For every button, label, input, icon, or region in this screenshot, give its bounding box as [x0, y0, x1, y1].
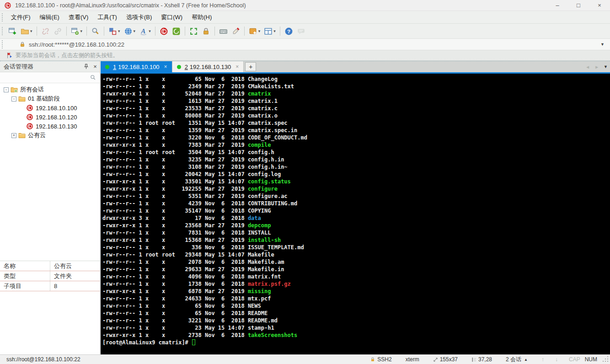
tree-item-192.168.10.100[interactable]: 192.168.10.100 — [0, 103, 100, 112]
help-button[interactable]: ? — [283, 26, 294, 37]
tree-item-192.168.10.120[interactable]: 192.168.10.120 — [0, 112, 100, 122]
dropdown-caret-icon[interactable]: ▾ — [134, 29, 136, 33]
session-tab-192.168.10.100[interactable]: 1192.168.10.100× — [101, 61, 172, 72]
highlighter-button[interactable] — [230, 26, 241, 37]
new-transfer-button[interactable]: ▾ — [247, 26, 262, 37]
status-session-count[interactable]: 2 会话 ▲ — [506, 356, 528, 364]
menu-item[interactable]: 编辑(E) — [35, 12, 64, 22]
terminal-line: -rw-r--r-- 1 x x 24633 Nov 6 2018 mtx.pc… — [102, 295, 610, 302]
toolbar-grip[interactable] — [2, 13, 5, 21]
file-name: missing — [248, 288, 271, 294]
tree-item-01-[interactable]: -01 基础阶段 — [0, 94, 100, 103]
terminal-line: -rw-r--r-- 1 x x 5351 Mar 27 2019 config… — [102, 193, 610, 200]
fullscreen-button[interactable] — [188, 26, 199, 37]
maximize-button[interactable]: □ — [568, 0, 589, 11]
cursor-position-icon — [471, 357, 476, 362]
new-session-button[interactable] — [7, 26, 18, 37]
terminal-line: -rw-r--r-- 1 x x 4239 Nov 6 2018 CONTRIB… — [102, 200, 610, 207]
layout-button[interactable]: ▾ — [107, 26, 122, 37]
toolbar-grip[interactable] — [2, 40, 5, 48]
scroll-up-icon[interactable]: ↑ — [541, 356, 544, 363]
open-session-button[interactable]: ▾ — [19, 26, 34, 37]
tab-list-dropdown-icon[interactable]: ▼ — [601, 64, 610, 69]
reconnect-button[interactable] — [52, 26, 64, 37]
tile-button[interactable]: ▾ — [262, 26, 277, 37]
dropdown-caret-icon[interactable]: ▾ — [80, 29, 83, 33]
address-input[interactable]: ssh://root:******@192.168.10.100:22 — [29, 41, 595, 48]
tab-strip: 1192.168.10.100×2192.168.10.130× + ◄ ► ▼ — [101, 61, 610, 74]
find-button[interactable] — [90, 26, 101, 37]
terminal-line: -rw-r--r-- 1 x x 3235 Mar 27 2019 config… — [102, 156, 610, 163]
address-dropdown-icon[interactable]: ▼ — [595, 42, 610, 47]
dropdown-caret-icon[interactable]: ▾ — [30, 29, 32, 33]
lock-button[interactable] — [200, 26, 212, 37]
dropdown-caret-icon[interactable]: ▾ — [118, 29, 120, 33]
menu-item[interactable]: 文件(F) — [6, 12, 35, 22]
tab-scroll-left-icon[interactable]: ◄ — [583, 64, 592, 70]
terminal-line: -rw-r--r-- 1 x x 1613 Mar 27 2019 cmatri… — [102, 97, 610, 105]
session-properties-button[interactable]: ▾ — [70, 26, 84, 37]
web-button[interactable]: ▾ — [123, 26, 137, 37]
menu-item[interactable]: 窗口(W) — [156, 12, 187, 22]
dropdown-caret-icon[interactable]: ▾ — [149, 29, 151, 33]
resize-grip[interactable] — [603, 356, 609, 363]
status-num-lock: NUM — [585, 356, 597, 363]
menu-item[interactable]: 帮助(H) — [187, 12, 216, 22]
disconnect-icon — [41, 27, 50, 36]
terminal-line: -rw-r--r-- 1 x x 3108 Mar 27 2019 config… — [102, 163, 610, 171]
sessions-dropdown-icon[interactable]: ▲ — [524, 358, 528, 362]
tab-scroll-right-icon[interactable]: ► — [592, 64, 601, 70]
file-name: cmatrix — [248, 91, 271, 97]
tree-item-label: 192.168.10.120 — [36, 114, 77, 121]
collapse-icon[interactable]: - — [11, 96, 16, 102]
font-button[interactable]: A▾ — [138, 26, 152, 37]
terminal-line: -rw-r--r-- 1 x x 23 May 15 14:07 stamp-h… — [102, 324, 610, 332]
terminal-line: -rw-r--r-- 1 root root 29348 May 15 14:0… — [102, 251, 610, 258]
file-name: config.status — [248, 178, 291, 185]
file-name: Makefile.am — [248, 259, 284, 265]
menu-item[interactable]: 选项卡(B) — [122, 12, 156, 22]
xftp-button[interactable] — [171, 26, 182, 37]
session-icon — [26, 123, 33, 130]
toolbar-separator — [104, 27, 104, 36]
terminal-line: -rw-r--r-- 1 x x 29633 Mar 27 2019 Makef… — [102, 266, 610, 273]
dropdown-caret-icon[interactable]: ▾ — [258, 29, 261, 33]
file-name: install-sh — [248, 237, 281, 243]
expand-icon[interactable]: + — [11, 133, 16, 138]
disconnect-button[interactable] — [40, 26, 51, 37]
session-search-row[interactable] — [0, 72, 100, 83]
file-name: README — [248, 310, 268, 316]
toolbar-grip[interactable] — [2, 27, 5, 35]
terminal-screen[interactable]: -rw-r--r-- 1 x x 65 Nov 6 2018 ChangeLog… — [101, 74, 610, 353]
tab-close-icon[interactable]: × — [231, 64, 239, 70]
tab-index: 1 — [113, 64, 116, 70]
close-button[interactable]: × — [589, 0, 610, 11]
chat-button[interactable] — [295, 26, 307, 37]
toolbar-separator — [155, 27, 155, 36]
toolbar-separator — [37, 27, 37, 36]
tree-item-192.168.10.130[interactable]: 192.168.10.130 — [0, 122, 100, 131]
properties-panel: 名称公有云类型文件夹子项目8 — [0, 261, 100, 291]
pin-icon[interactable] — [81, 62, 91, 71]
close-panel-icon[interactable]: × — [91, 62, 100, 71]
tree-item--[interactable]: -所有会话 — [0, 85, 100, 94]
terminal-line: -rw-r--r-- 1 x x 7831 Nov 6 2018 INSTALL — [102, 229, 610, 236]
tab-close-icon[interactable]: × — [160, 64, 167, 70]
xshell-button[interactable] — [158, 26, 170, 37]
tree-item--[interactable]: +公有云 — [0, 131, 100, 140]
new-tab-button[interactable]: + — [245, 62, 256, 71]
keyboard-icon — [219, 27, 228, 36]
keyboard-button[interactable] — [218, 26, 229, 37]
property-key: 类型 — [0, 271, 50, 281]
scroll-down-icon[interactable]: ↓ — [555, 356, 558, 363]
minimize-button[interactable]: – — [547, 0, 568, 11]
terminal-output: -rw-r--r-- 1 x x 65 Nov 6 2018 ChangeLog… — [101, 74, 610, 346]
collapse-icon[interactable]: - — [4, 87, 9, 92]
terminal-line: -rw-r--r-- 1 x x 35147 Nov 6 2018 COPYIN… — [102, 207, 610, 214]
terminal-line: -rwxr-xr-x 1 x x 52048 Mar 27 2019 cmatr… — [102, 90, 610, 97]
menu-item[interactable]: 查看(V) — [64, 12, 93, 22]
property-value: 文件夹 — [50, 272, 72, 280]
menu-item[interactable]: 工具(T) — [93, 12, 122, 22]
dropdown-caret-icon[interactable]: ▾ — [273, 29, 276, 33]
session-tab-192.168.10.130[interactable]: 2192.168.10.130× — [172, 61, 244, 72]
